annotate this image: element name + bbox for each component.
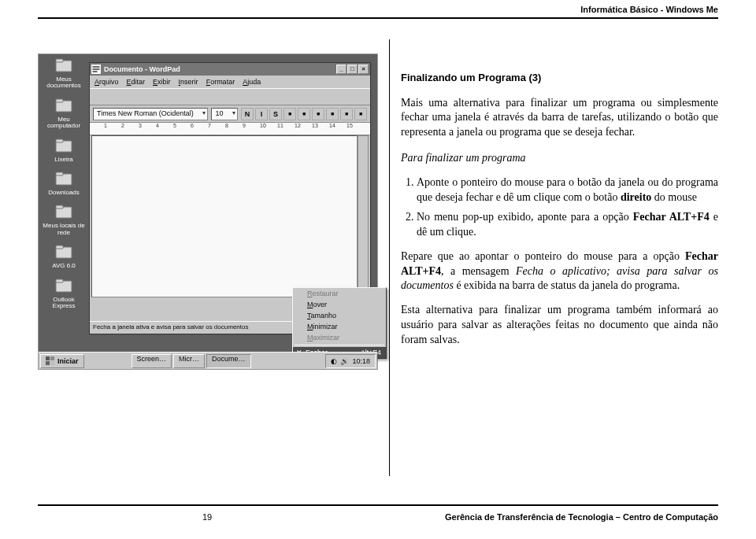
start-button[interactable]: Iniciar	[40, 354, 84, 368]
quick-launch-icon[interactable]	[87, 355, 100, 367]
svg-rect-5	[56, 139, 63, 142]
toolbar-button[interactable]	[140, 90, 154, 104]
desktop-screenshot: Meus documentosMeu computadorLixeiraDown…	[38, 54, 378, 370]
font-name-combo[interactable]: Times New Roman (Ocidental)	[93, 108, 208, 120]
desktop-icon-label: Meu computador	[42, 116, 86, 130]
menu-item[interactable]: Arquivo	[94, 78, 119, 86]
vertical-scrollbar[interactable]	[358, 135, 369, 297]
figure-column: Meus documentosMeu computadorLixeiraDown…	[38, 39, 384, 476]
format-button[interactable]: S	[269, 108, 282, 120]
quick-launch-icon[interactable]	[102, 355, 114, 367]
menu-item[interactable]: Formatar	[206, 78, 235, 86]
desktop-icon-label: Outlook Express	[42, 297, 86, 310]
svg-rect-1	[56, 59, 63, 62]
taskbar-task-button[interactable]: Micr…	[173, 354, 205, 368]
context-menu-item: Maximizar	[293, 332, 386, 343]
format-button[interactable]: N	[241, 108, 254, 120]
format-toolbar[interactable]: Times New Roman (Ocidental) 10 NIS■■■■■■	[90, 105, 370, 123]
tray-icon[interactable]: ◐	[331, 357, 337, 365]
quick-launch[interactable]	[87, 355, 128, 367]
toolbar-button[interactable]	[109, 90, 123, 104]
svg-rect-9	[56, 205, 63, 209]
taskbar-context-menu[interactable]: RestaurarMoverTamanhoMinimizarMaximizar✕…	[292, 287, 387, 359]
svg-rect-13	[56, 279, 63, 282]
article-closing: Esta alternativa para finalizar um progr…	[401, 303, 718, 348]
desktop-icon[interactable]: Lixeira	[42, 136, 86, 163]
desktop-icon-label: Meus locais de rede	[42, 223, 86, 236]
toolbar-button[interactable]	[172, 90, 186, 104]
page-number: 19	[38, 512, 376, 522]
footer-rule	[38, 504, 718, 506]
menu-item[interactable]: Editar	[127, 78, 146, 86]
desktop-icon-label: Downloads	[48, 190, 80, 196]
format-button[interactable]: ■	[298, 108, 310, 120]
format-button[interactable]: ■	[354, 108, 367, 120]
toolbar-button[interactable]	[235, 90, 249, 104]
desktop-icon[interactable]: Meus locais de rede	[42, 202, 86, 236]
svg-rect-21	[50, 361, 54, 365]
menu-item[interactable]: Ajuda	[243, 78, 261, 86]
minimize-button[interactable]: _	[336, 65, 346, 74]
close-button[interactable]: ×	[358, 65, 369, 74]
footer-org: Gerência de Transferência de Tecnologia …	[376, 512, 718, 522]
taskbar[interactable]: Iniciar Screen…Micr…Docume… ◐ 🔊 10:18	[39, 352, 377, 369]
format-button[interactable]: ■	[284, 108, 296, 120]
svg-rect-18	[46, 356, 50, 360]
app-icon	[91, 65, 101, 74]
maximize-button[interactable]: □	[347, 65, 358, 74]
desktop-icon[interactable]: Meus documentos	[42, 56, 86, 90]
toolbar-button[interactable]	[124, 90, 139, 104]
system-tray[interactable]: ◐ 🔊 10:18	[325, 354, 376, 368]
context-menu-item[interactable]: Mover	[293, 299, 386, 310]
svg-rect-19	[50, 356, 54, 360]
tray-icon[interactable]: 🔊	[340, 357, 349, 365]
ruler[interactable]: 123456789101112131415	[90, 123, 370, 135]
desktop-icon[interactable]: AVG 6.0	[42, 242, 86, 269]
article-note: Repare que ao apontar o ponteiro do mous…	[401, 249, 718, 294]
format-button[interactable]: I	[255, 108, 268, 120]
column-divider	[389, 39, 390, 476]
toolbar-button[interactable]	[219, 90, 233, 104]
menu-item[interactable]: Inserir	[179, 78, 198, 86]
quick-launch-icon[interactable]	[116, 355, 128, 367]
desktop-icon[interactable]: Downloads	[42, 169, 86, 196]
format-buttons-group: NIS■■■■■■	[241, 108, 367, 120]
taskbar-tasks: Screen…Micr…Docume…	[132, 354, 253, 368]
context-menu-item: Restaurar	[293, 288, 386, 299]
taskbar-task-button[interactable]: Screen…	[132, 354, 172, 368]
taskbar-task-button[interactable]: Docume…	[206, 354, 251, 368]
desktop-icon[interactable]: Outlook Express	[42, 276, 86, 310]
document-area[interactable]	[91, 135, 358, 297]
desktop-icon[interactable]: Meu computador	[42, 96, 86, 130]
font-size-combo[interactable]: 10	[211, 108, 238, 120]
header-rule	[38, 17, 718, 19]
svg-rect-3	[56, 99, 63, 102]
svg-rect-16	[93, 68, 100, 70]
format-button[interactable]: ■	[326, 108, 339, 120]
clock: 10:18	[352, 357, 370, 365]
article-column: Finalizando um Programa (3) Mais uma alt…	[401, 39, 718, 476]
windows-logo-icon	[46, 356, 55, 366]
context-menu-item[interactable]: Minimizar	[293, 321, 386, 332]
toolbar-button[interactable]	[187, 90, 202, 104]
desktop-icon-label: Meus documentos	[42, 76, 86, 90]
window-title: Documento - WordPad	[104, 65, 180, 73]
toolbar-button[interactable]	[156, 90, 170, 104]
article-heading: Finalizando um Programa (3)	[401, 71, 718, 85]
menu-bar[interactable]: ArquivoEditarExibirInserirFormatarAjuda	[90, 76, 370, 88]
start-label: Iniciar	[57, 357, 79, 365]
context-menu-item[interactable]: Tamanho	[293, 310, 386, 321]
toolbar-button[interactable]	[203, 90, 217, 104]
svg-rect-20	[46, 361, 50, 365]
page-header: Informática Básico - Windows Me	[580, 5, 718, 14]
menu-separator	[295, 345, 384, 345]
desktop-icon-list: Meus documentosMeu computadorLixeiraDown…	[42, 56, 86, 316]
toolbar-button[interactable]	[93, 90, 107, 104]
format-button[interactable]: ■	[312, 108, 324, 120]
format-button[interactable]: ■	[340, 108, 353, 120]
svg-rect-7	[56, 172, 63, 175]
window-titlebar[interactable]: Documento - WordPad _ □ ×	[90, 63, 370, 76]
svg-rect-17	[93, 71, 98, 72]
standard-toolbar[interactable]	[90, 88, 370, 105]
menu-item[interactable]: Exibir	[153, 78, 171, 86]
